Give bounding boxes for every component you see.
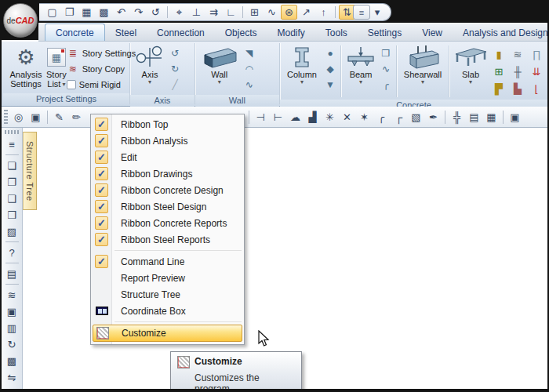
image-viewer-icon[interactable]: ▣: [507, 109, 523, 125]
checked-checkbox-icon[interactable]: ✓: [95, 151, 108, 164]
open-file-icon[interactable]: ❐: [61, 5, 78, 20]
semi-rigid-checkbox[interactable]: [67, 80, 76, 89]
checked-checkbox-icon[interactable]: ✓: [95, 255, 108, 268]
toolbar-grip[interactable]: [4, 110, 8, 124]
story-copy-tool-icon[interactable]: ≋: [4, 287, 20, 303]
small-slab-icon[interactable]: ∏: [533, 49, 541, 60]
menu-item-ribbon-top[interactable]: ✓ Ribbon Top: [91, 116, 244, 132]
grid-snap-lock-icon[interactable]: ⊞: [246, 5, 263, 20]
circular-column-icon[interactable]: ●: [322, 45, 338, 61]
story-settings-button[interactable]: ≣ Story Settings: [67, 45, 136, 61]
perpendicular-icon[interactable]: ⊥: [188, 5, 205, 20]
story-list-button[interactable]: ▦ Story List ▾: [46, 44, 67, 89]
menu-item-customize[interactable]: Customize: [93, 325, 242, 342]
pick-object-icon[interactable]: ✎: [51, 109, 67, 125]
arc-wall-icon[interactable]: ◠: [242, 61, 257, 77]
select-similar-icon[interactable]: ❒: [4, 207, 20, 223]
semi-rigid-toggle[interactable]: Semi Rigid: [67, 77, 136, 93]
curved-wall-icon[interactable]: ∿: [242, 77, 257, 93]
curve-snap-lock-icon[interactable]: ∿: [264, 5, 280, 20]
toolbar-grip[interactable]: [5, 130, 19, 134]
load-arrows-icon[interactable]: ⇊: [533, 66, 541, 78]
wall-button[interactable]: Wall ▾: [198, 44, 242, 85]
new-file-icon[interactable]: ▢: [44, 5, 60, 20]
snap-point-icon[interactable]: ✶: [356, 109, 373, 125]
paste-icon[interactable]: ▥: [4, 320, 20, 336]
query-object-icon[interactable]: ?: [4, 245, 20, 260]
checked-checkbox-icon[interactable]: ✓: [95, 167, 108, 180]
dashed-grid-icon[interactable]: ╬: [449, 109, 465, 125]
hatch-grid-icon[interactable]: ╫: [514, 66, 521, 78]
menu-item-report-preview[interactable]: Report Preview: [91, 270, 244, 286]
stair-icon[interactable]: ▙: [514, 83, 522, 95]
delete-node-icon[interactable]: ✕: [339, 109, 355, 125]
shearwall-button[interactable]: Shearwall ▾: [399, 44, 446, 85]
slab-button[interactable]: Slab ▾: [452, 44, 489, 85]
select-icon[interactable]: ❏: [4, 158, 20, 173]
checked-checkbox-icon[interactable]: ✓: [95, 200, 108, 213]
select-region-left-icon[interactable]: ▨: [4, 223, 20, 239]
raster-grid-icon[interactable]: ▦: [483, 109, 500, 125]
trim-icon[interactable]: ⊣: [253, 109, 269, 125]
redo-icon[interactable]: ↷: [130, 5, 147, 20]
material-icon[interactable]: ▮: [496, 49, 501, 60]
tab-objects[interactable]: Objects: [215, 24, 267, 41]
arc-axis-icon[interactable]: ↺: [167, 45, 183, 61]
corner-wall-icon[interactable]: ◥: [242, 45, 257, 61]
menu-item-edit[interactable]: ✓ Edit: [91, 149, 244, 165]
arc-beam-icon[interactable]: ╭: [378, 77, 394, 93]
section-box-icon[interactable]: ⊞: [495, 66, 504, 78]
tab-connection[interactable]: Connection: [147, 24, 215, 41]
axis-button[interactable]: Axis ▾: [133, 44, 167, 85]
circular-axis-icon[interactable]: ↻: [167, 61, 183, 77]
structure-tree-tab[interactable]: Structure Tree: [23, 132, 37, 210]
column-cap-icon[interactable]: ▼: [322, 77, 338, 93]
fillet-icon[interactable]: ╭: [373, 109, 390, 125]
undo-icon[interactable]: ↶: [113, 5, 129, 20]
properties-document-icon[interactable]: ▤: [4, 266, 20, 281]
extend-icon[interactable]: ⊢: [270, 109, 286, 125]
column-button[interactable]: Column ▾: [282, 44, 322, 85]
toolbar-overflow-button[interactable]: ≡: [353, 5, 370, 20]
menu-item-coordinate-box[interactable]: Coordinate Box: [91, 303, 244, 319]
save-all-icon[interactable]: ▩: [96, 5, 112, 20]
menu-item-ribbon-steel-reports[interactable]: ✓ Ribbon Steel Reports: [91, 231, 244, 248]
rebar-lines-icon[interactable]: ≋: [514, 49, 522, 60]
report-book-icon[interactable]: ▤: [466, 109, 482, 125]
magic-wand-icon[interactable]: ✒: [425, 109, 442, 125]
checked-checkbox-icon[interactable]: ✓: [95, 233, 108, 246]
tab-analysis-and-design[interactable]: Analysis and Design: [453, 24, 549, 41]
story-copy-button[interactable]: ≋ Story Copy: [67, 61, 136, 77]
menu-item-structure-tree[interactable]: Structure Tree: [91, 286, 244, 303]
tab-concrete[interactable]: Concrete: [45, 24, 105, 41]
move-node-icon[interactable]: ⌖: [171, 5, 187, 20]
break-icon[interactable]: ✳: [322, 109, 338, 125]
diagram-icon[interactable]: ▟: [304, 109, 321, 125]
tab-modify[interactable]: Modify: [267, 24, 314, 41]
tab-steel[interactable]: Steel: [105, 24, 147, 41]
menu-item-ribbon-drawings[interactable]: ✓ Ribbon Drawings: [91, 165, 244, 182]
parallel-icon[interactable]: ⇉: [205, 5, 222, 20]
select-story-icon[interactable]: ❑: [4, 191, 20, 206]
select-region-icon[interactable]: ▧: [408, 109, 424, 125]
curved-beam-icon[interactable]: ∿: [378, 61, 394, 77]
beam-button[interactable]: Beam ▾: [344, 44, 378, 85]
polygonal-column-icon[interactable]: ◆: [322, 61, 338, 77]
rotate-icon[interactable]: ↻: [4, 336, 20, 352]
checked-checkbox-icon[interactable]: ✓: [95, 216, 108, 230]
beam-corner-icon[interactable]: ❒: [378, 45, 394, 61]
menu-item-command-line[interactable]: ✓ Command Line: [91, 253, 244, 270]
array-copy-icon[interactable]: ▩: [4, 353, 20, 368]
app-logo[interactable]: deCAD: [3, 3, 38, 38]
chamfer-icon[interactable]: ┌: [391, 109, 407, 125]
point-snap-icon[interactable]: ↑: [315, 5, 332, 20]
save-icon[interactable]: ▦: [78, 5, 95, 20]
menu-item-ribbon-concrete-design[interactable]: ✓ Ribbon Concrete Design: [91, 182, 244, 198]
corner-icon[interactable]: ∟: [223, 5, 239, 20]
menu-item-ribbon-steel-design[interactable]: ✓ Ribbon Steel Design: [91, 198, 244, 215]
tab-tools[interactable]: Tools: [315, 24, 358, 41]
tab-settings[interactable]: Settings: [358, 24, 412, 41]
tab-view[interactable]: View: [412, 24, 453, 41]
snap-options-caret-icon[interactable]: ▾: [373, 5, 381, 20]
node-snap-lock-icon[interactable]: ⊛: [281, 5, 297, 20]
